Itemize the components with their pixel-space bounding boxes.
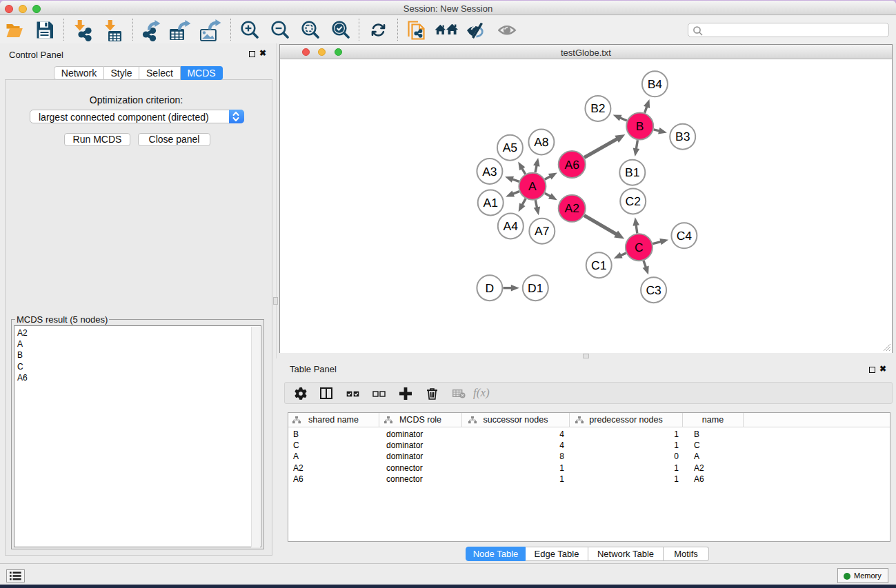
svg-text:B: B: [636, 119, 644, 133]
svg-text:A: A: [528, 179, 537, 193]
svg-text:C1: C1: [591, 258, 606, 272]
svg-text:A6: A6: [564, 158, 579, 172]
svg-text:C: C: [635, 241, 644, 254]
svg-text:C2: C2: [626, 194, 641, 208]
svg-text:A1: A1: [483, 196, 497, 210]
svg-text:D: D: [486, 281, 495, 295]
svg-text:B2: B2: [590, 101, 605, 115]
svg-text:C4: C4: [677, 229, 693, 243]
svg-text:B1: B1: [625, 165, 639, 179]
svg-text:A3: A3: [482, 165, 497, 179]
svg-text:D1: D1: [528, 281, 543, 295]
svg-text:A5: A5: [503, 141, 517, 154]
svg-text:A4: A4: [504, 219, 519, 233]
svg-text:A2: A2: [564, 201, 579, 215]
svg-text:A7: A7: [535, 224, 549, 238]
svg-text:C3: C3: [646, 283, 661, 297]
svg-text:B4: B4: [648, 77, 663, 91]
svg-text:B3: B3: [675, 130, 690, 143]
svg-text:A8: A8: [534, 135, 548, 149]
